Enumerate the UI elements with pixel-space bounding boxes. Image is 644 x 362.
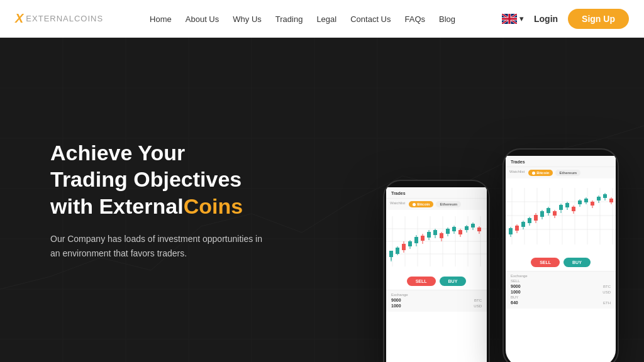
- buy-button-left[interactable]: BUY: [440, 277, 467, 286]
- svg-rect-43: [433, 230, 437, 235]
- svg-rect-91: [572, 207, 575, 211]
- svg-rect-39: [421, 236, 425, 241]
- buy-sub-label: BUY: [511, 295, 518, 299]
- nav-faqs[interactable]: FAQs: [405, 14, 426, 24]
- exchange-row-right-2: 1000 USD: [511, 290, 611, 294]
- svg-rect-87: [559, 205, 563, 210]
- phone-right-trade-buttons: SELL BUY: [506, 254, 616, 271]
- svg-rect-79: [534, 215, 538, 221]
- sell-sub-label: SELL: [511, 279, 520, 283]
- eth-chip-right: Ethereum: [555, 170, 580, 176]
- language-selector[interactable]: ▾: [502, 14, 524, 24]
- phone-left-exchange: Exchange 9000 BTC 1000 USD: [386, 290, 487, 312]
- exchange-currency-right-2: USD: [602, 290, 611, 294]
- eth-chip-left: Ethereum: [436, 201, 461, 207]
- logo-x-letter: X: [15, 11, 23, 26]
- phone-right-notch: [542, 150, 580, 156]
- svg-rect-97: [591, 202, 594, 206]
- exchange-row-right-3: 640 ETH: [511, 300, 611, 305]
- svg-rect-89: [565, 203, 569, 207]
- exchange-row-left-1: 9000 BTC: [391, 298, 482, 302]
- svg-rect-31: [396, 248, 399, 254]
- phone-right-exchange: Exchange SELL 9000 BTC 1000 USD BUY: [506, 271, 616, 309]
- phone-right-screen: Trades Watchlist Bitcoin Ethereum: [506, 156, 616, 362]
- signup-button[interactable]: Sign Up: [568, 9, 629, 29]
- nav-right: ▾ Login Sign Up: [502, 9, 629, 29]
- nav-contact[interactable]: Contact Us: [350, 14, 391, 24]
- svg-rect-41: [427, 232, 431, 238]
- svg-rect-57: [477, 228, 481, 231]
- buy-button-right[interactable]: BUY: [564, 258, 591, 267]
- svg-rect-103: [609, 199, 613, 202]
- phone-left: Trades Watchlist Bitcoin Ethereum: [383, 180, 490, 362]
- exchange-row-right-sell: SELL: [511, 279, 611, 283]
- navbar: X EXTERNALCOINS Home About Us Why Us Tra…: [0, 0, 644, 38]
- watchlist-label-right: Watchlist: [509, 170, 525, 176]
- exchange-currency-right-1: BTC: [603, 285, 611, 288]
- exchange-value-right-2: 1000: [511, 290, 521, 294]
- chart-left: [386, 210, 487, 273]
- exchange-row-right-1: 9000 BTC: [511, 284, 611, 288]
- nav-links: Home About Us Why Us Trading Legal Conta…: [150, 13, 455, 25]
- bitcoin-dot: [413, 203, 416, 206]
- phone-left-notch: [418, 181, 455, 187]
- svg-rect-49: [452, 227, 456, 231]
- phone-left-trade-buttons: SELL BUY: [386, 273, 487, 290]
- exchange-value-right-3: 640: [511, 300, 518, 305]
- hero-content: Achieve Your Trading Objectives with Ext…: [0, 140, 264, 260]
- login-button[interactable]: Login: [534, 14, 558, 24]
- svg-rect-85: [553, 211, 557, 216]
- hero-title: Achieve Your Trading Objectives with Ext…: [50, 140, 264, 220]
- svg-rect-33: [402, 244, 406, 250]
- exchange-value-left-2: 1000: [391, 304, 401, 308]
- phone-right: Trades Watchlist Bitcoin Ethereum: [502, 148, 619, 362]
- svg-rect-47: [446, 229, 450, 234]
- nav-blog[interactable]: Blog: [439, 14, 455, 24]
- svg-rect-81: [540, 211, 544, 217]
- nav-trading[interactable]: Trading: [275, 14, 303, 24]
- bitcoin-dot-right: [532, 172, 535, 175]
- phone-right-header: Trades: [506, 156, 616, 167]
- phone-left-watchlist: Watchlist Bitcoin Ethereum: [386, 199, 487, 210]
- exchange-currency-right-3: ETH: [603, 301, 611, 305]
- svg-rect-101: [603, 194, 607, 198]
- logo-text: EXTERNALCOINS: [26, 14, 103, 23]
- chart-right: [506, 178, 616, 254]
- exchange-value-right-1: 9000: [511, 284, 521, 288]
- sell-button-right[interactable]: SELL: [531, 258, 560, 267]
- svg-rect-53: [465, 226, 469, 230]
- sell-button-left[interactable]: SELL: [407, 277, 436, 286]
- nav-legal[interactable]: Legal: [316, 14, 336, 24]
- svg-rect-77: [528, 218, 531, 223]
- nav-why-us[interactable]: Why Us: [233, 14, 262, 24]
- svg-rect-55: [471, 224, 475, 228]
- svg-rect-99: [597, 197, 601, 200]
- svg-rect-71: [509, 228, 513, 234]
- svg-rect-45: [440, 233, 443, 238]
- watchlist-label-left: Watchlist: [390, 201, 405, 207]
- svg-rect-28: [389, 251, 393, 257]
- svg-rect-75: [521, 222, 525, 227]
- bitcoin-chip-right: Bitcoin: [528, 170, 553, 176]
- svg-rect-93: [578, 200, 582, 204]
- exchange-label-left: Exchange: [391, 293, 482, 297]
- exchange-currency-left-2: USD: [474, 304, 482, 308]
- exchange-currency-left-1: BTC: [474, 299, 482, 302]
- phone-left-screen: Trades Watchlist Bitcoin Ethereum: [386, 187, 487, 362]
- svg-rect-83: [547, 208, 550, 213]
- svg-rect-37: [414, 237, 418, 243]
- logo[interactable]: X EXTERNALCOINS: [15, 11, 103, 26]
- nav-about[interactable]: About Us: [186, 14, 219, 24]
- exchange-row-right-buy: BUY: [511, 295, 611, 299]
- exchange-value-left-1: 9000: [391, 298, 401, 302]
- hero-description: Our Company has loads of investment oppo…: [50, 232, 264, 260]
- phone-left-header: Trades: [386, 187, 487, 199]
- svg-rect-51: [458, 230, 462, 234]
- bitcoin-chip-left: Bitcoin: [409, 201, 433, 207]
- nav-home[interactable]: Home: [150, 14, 172, 24]
- phone-right-watchlist: Watchlist Bitcoin Ethereum: [506, 167, 616, 178]
- hero-section: Achieve Your Trading Objectives with Ext…: [0, 38, 644, 362]
- svg-rect-73: [515, 226, 519, 231]
- exchange-label-right: Exchange: [511, 274, 611, 278]
- svg-rect-35: [408, 241, 412, 246]
